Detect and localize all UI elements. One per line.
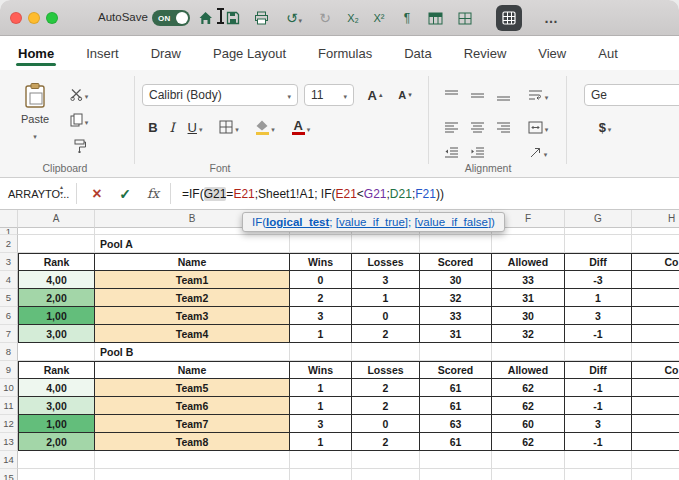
cell-D7[interactable]: 2 [352, 325, 420, 343]
cell-C11[interactable]: 1 [290, 397, 352, 415]
cell-H15[interactable] [632, 469, 679, 480]
subscript-button[interactable]: X₂ [340, 6, 366, 30]
row-header-13[interactable]: 13 [0, 433, 18, 451]
cell-A8[interactable] [18, 343, 95, 361]
insert-function-button[interactable]: fx [140, 178, 166, 209]
grid-highlighted-button[interactable] [496, 5, 522, 31]
minimize-window-button[interactable] [28, 12, 40, 24]
cell-D4[interactable]: 3 [352, 271, 420, 289]
copy-button[interactable] [62, 110, 96, 130]
cell-H12[interactable] [632, 415, 679, 433]
cell-D3[interactable]: Losses [352, 253, 420, 271]
cell-G9[interactable]: Diff [565, 361, 632, 379]
column-header-H[interactable]: H [632, 210, 679, 228]
font-size-select[interactable]: 11 [304, 84, 354, 106]
cell-F7[interactable]: 32 [492, 325, 565, 343]
cell-F14[interactable] [492, 451, 565, 469]
cell-B4[interactable]: Team1 [95, 271, 290, 289]
cell-E6[interactable]: 33 [420, 307, 492, 325]
cell-B9[interactable]: Name [95, 361, 290, 379]
cell-A1[interactable] [18, 228, 95, 235]
cell-C7[interactable]: 1 [290, 325, 352, 343]
cell-F4[interactable]: 33 [492, 271, 565, 289]
row-header-12[interactable]: 12 [0, 415, 18, 433]
cell-H3[interactable]: Co [632, 253, 679, 271]
cell-E3[interactable]: Scored [420, 253, 492, 271]
cell-A15[interactable] [18, 469, 95, 480]
tooltip-arg-link[interactable]: logical_test [266, 216, 329, 228]
accounting-format-button[interactable]: $ [588, 116, 622, 138]
cell-A2[interactable] [18, 235, 95, 253]
row-header-10[interactable]: 10 [0, 379, 18, 397]
cell-D8[interactable] [352, 343, 420, 361]
cell-C3[interactable]: Wins [290, 253, 352, 271]
row-header-11[interactable]: 11 [0, 397, 18, 415]
cell-A9[interactable]: Rank [18, 361, 95, 379]
row-header-15[interactable]: 15 [0, 469, 18, 480]
tab-review[interactable]: Review [462, 46, 509, 70]
cell-E7[interactable]: 31 [420, 325, 492, 343]
undo-dropdown-chevron-icon[interactable] [299, 10, 303, 26]
cell-B11[interactable]: Team6 [95, 397, 290, 415]
more-commands-button[interactable]: … [538, 6, 564, 30]
cell-C4[interactable]: 0 [290, 271, 352, 289]
cell-F9[interactable]: Allowed [492, 361, 565, 379]
cell-G12[interactable]: 3 [565, 415, 632, 433]
cell-E8[interactable] [420, 343, 492, 361]
tab-formulas[interactable]: Formulas [316, 46, 374, 70]
cell-D6[interactable]: 0 [352, 307, 420, 325]
row-header-14[interactable]: 14 [0, 451, 18, 469]
cell-A13[interactable]: 2,00 [18, 433, 95, 451]
cell-F15[interactable] [492, 469, 565, 480]
cell-A6[interactable]: 1,00 [18, 307, 95, 325]
cell-C5[interactable]: 2 [290, 289, 352, 307]
fill-color-button[interactable] [250, 116, 280, 138]
cell-E5[interactable]: 32 [420, 289, 492, 307]
cell-C12[interactable]: 3 [290, 415, 352, 433]
tab-draw[interactable]: Draw [149, 46, 183, 70]
align-middle-button[interactable] [466, 84, 488, 106]
align-top-button[interactable] [440, 84, 462, 106]
cell-H1[interactable] [632, 228, 679, 235]
cell-A11[interactable]: 3,00 [18, 397, 95, 415]
row-header-5[interactable]: 5 [0, 289, 18, 307]
cell-H13[interactable] [632, 433, 679, 451]
cell-C14[interactable] [290, 451, 352, 469]
cell-G14[interactable] [565, 451, 632, 469]
redo-button[interactable]: ↻ [312, 6, 338, 30]
cell-B15[interactable] [95, 469, 290, 480]
cell-F2[interactable] [492, 235, 565, 253]
cell-H2[interactable] [632, 235, 679, 253]
enter-button[interactable] [112, 178, 138, 209]
underline-button[interactable]: U [181, 116, 209, 138]
cell-A10[interactable]: 4,00 [18, 379, 95, 397]
cell-G8[interactable] [565, 343, 632, 361]
row-header-3[interactable]: 3 [0, 253, 18, 271]
cell-A7[interactable]: 3,00 [18, 325, 95, 343]
cut-button[interactable] [62, 84, 96, 104]
increase-font-size-button[interactable]: A▴ [362, 84, 388, 106]
cell-G5[interactable]: 1 [565, 289, 632, 307]
zoom-window-button[interactable] [46, 12, 58, 24]
align-center-button[interactable] [466, 116, 488, 138]
cell-G6[interactable]: 3 [565, 307, 632, 325]
cell-C6[interactable]: 3 [290, 307, 352, 325]
cell-H11[interactable] [632, 397, 679, 415]
insert-table-button[interactable] [422, 6, 448, 30]
undo-button[interactable]: ↺ [278, 6, 310, 30]
borders-button[interactable] [214, 116, 244, 138]
format-painter-button[interactable] [62, 136, 96, 156]
tooltip-arg-link[interactable]: value_if_false [418, 216, 488, 228]
cell-E10[interactable]: 61 [420, 379, 492, 397]
cell-D2[interactable] [352, 235, 420, 253]
align-right-button[interactable] [492, 116, 514, 138]
cell-G10[interactable]: -1 [565, 379, 632, 397]
cell-B5[interactable]: Team2 [95, 289, 290, 307]
cell-E14[interactable] [420, 451, 492, 469]
cell-H4[interactable] [632, 271, 679, 289]
cell-F10[interactable]: 62 [492, 379, 565, 397]
home-button[interactable] [192, 6, 218, 30]
cell-H14[interactable] [632, 451, 679, 469]
cell-D5[interactable]: 1 [352, 289, 420, 307]
row-header-2[interactable]: 2 [0, 235, 18, 253]
